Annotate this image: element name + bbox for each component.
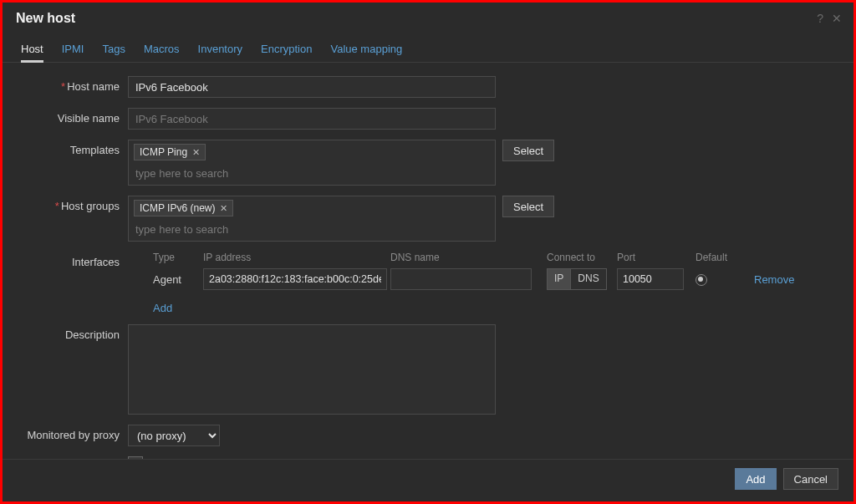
header-default: Default <box>692 252 754 263</box>
connect-to-dns[interactable]: DNS <box>570 268 606 290</box>
tabs: Host IPMI Tags Macros Inventory Encrypti… <box>3 31 853 63</box>
label-templates: Templates <box>21 140 128 156</box>
connect-to-ip[interactable]: IP <box>547 268 570 290</box>
templates-multiselect[interactable]: ICMP Ping ✕ <box>128 140 496 186</box>
interfaces-header: Type IP address DNS name Connect to Port… <box>153 252 835 268</box>
close-icon[interactable]: ✕ <box>832 12 842 25</box>
interface-ip-input[interactable] <box>203 268 387 290</box>
connect-to-toggle: IP DNS <box>547 268 617 290</box>
host-groups-select-button[interactable]: Select <box>502 196 554 217</box>
row-templates: Templates ICMP Ping ✕ Select <box>21 140 835 186</box>
label-host-groups: *Host groups <box>21 196 128 212</box>
row-host-name: *Host name <box>21 76 835 98</box>
row-interfaces: Interfaces Type IP address DNS name Conn… <box>21 252 835 314</box>
add-button[interactable]: Add <box>735 468 776 490</box>
host-groups-search-input[interactable] <box>134 220 304 239</box>
new-host-dialog: New host ? ✕ Host IPMI Tags Macros Inven… <box>0 0 856 504</box>
interface-add-link[interactable]: Add <box>153 302 172 314</box>
templates-select-button[interactable]: Select <box>502 140 554 161</box>
label-host-name: *Host name <box>21 76 128 93</box>
interface-row: Agent IP DNS Remove <box>153 268 835 290</box>
visible-name-input[interactable] <box>128 108 496 130</box>
host-name-input[interactable] <box>128 76 496 98</box>
remove-host-group-icon[interactable]: ✕ <box>220 203 227 214</box>
interface-remove-link[interactable]: Remove <box>754 273 794 286</box>
header-port: Port <box>617 252 692 263</box>
dialog-header: New host ? ✕ <box>3 3 853 31</box>
label-monitored-by-proxy: Monitored by proxy <box>21 425 128 441</box>
template-tag: ICMP Ping ✕ <box>134 144 206 160</box>
label-description: Description <box>21 324 128 341</box>
tab-tags[interactable]: Tags <box>102 43 125 62</box>
row-host-groups: *Host groups ICMP IPv6 (new) ✕ Select <box>21 196 835 242</box>
dialog-title: New host <box>16 11 75 26</box>
tab-value-mapping[interactable]: Value mapping <box>330 43 402 62</box>
description-textarea[interactable] <box>128 324 496 415</box>
label-interfaces: Interfaces <box>21 252 128 268</box>
dialog-actions: ? ✕ <box>817 12 842 25</box>
template-tag-label: ICMP Ping <box>140 146 187 158</box>
tab-ipmi[interactable]: IPMI <box>62 43 84 62</box>
help-icon[interactable]: ? <box>817 12 823 25</box>
interface-type: Agent <box>153 273 203 286</box>
label-visible-name: Visible name <box>21 108 128 125</box>
tab-macros[interactable]: Macros <box>144 43 180 62</box>
row-visible-name: Visible name <box>21 108 835 130</box>
templates-search-input[interactable] <box>134 164 304 183</box>
remove-template-icon[interactable]: ✕ <box>192 147 200 158</box>
header-ip: IP address <box>203 252 390 263</box>
header-dns: DNS name <box>390 252 535 263</box>
cancel-button[interactable]: Cancel <box>783 468 838 490</box>
interface-dns-input[interactable] <box>390 268 532 290</box>
dialog-footer: Add Cancel <box>3 459 853 501</box>
host-group-tag-label: ICMP IPv6 (new) <box>140 202 215 214</box>
row-monitored-by-proxy: Monitored by proxy (no proxy) <box>21 425 835 446</box>
host-group-tag: ICMP IPv6 (new) ✕ <box>134 200 233 216</box>
header-connect: Connect to <box>547 252 617 263</box>
interface-port-input[interactable] <box>617 268 684 290</box>
tab-inventory[interactable]: Inventory <box>198 43 242 62</box>
header-type: Type <box>153 252 203 263</box>
host-groups-multiselect[interactable]: ICMP IPv6 (new) ✕ <box>128 196 496 242</box>
form: *Host name Visible name Templates ICMP P… <box>3 63 853 473</box>
monitored-by-proxy-select[interactable]: (no proxy) <box>128 425 220 446</box>
tab-host[interactable]: Host <box>21 43 43 63</box>
tab-encryption[interactable]: Encryption <box>261 43 312 62</box>
interface-default-radio[interactable] <box>696 274 707 286</box>
row-description: Description <box>21 324 835 415</box>
